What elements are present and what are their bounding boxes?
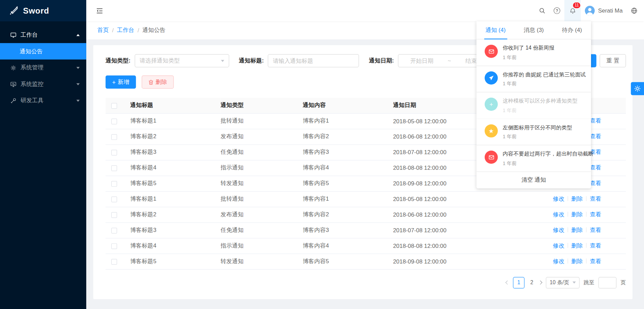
table-row: 博客标题4 指示通知 博客内容4 2018-08-08 12:00:00 修改删…	[106, 238, 626, 254]
notification-item[interactable]: 内容不要超过两行字，超出时自动截断 1 年前	[477, 145, 591, 172]
notification-item[interactable]: ★ 左侧图标用于区分不同的类型 1 年前	[477, 119, 591, 145]
row-checkbox[interactable]	[111, 134, 117, 140]
language-globe-icon[interactable]	[627, 0, 642, 21]
settings-gear-button[interactable]	[631, 82, 644, 95]
cell-title: 博客标题4	[130, 160, 220, 176]
row-checkbox[interactable]	[111, 150, 117, 156]
row-checkbox[interactable]	[111, 181, 117, 187]
reset-button[interactable]: 重 置	[600, 54, 626, 68]
cell-content: 博客内容2	[303, 129, 393, 144]
page-button-2[interactable]: 2	[529, 279, 535, 286]
view-link[interactable]: 查看	[590, 226, 601, 233]
menu-fold-icon[interactable]	[86, 0, 113, 21]
cell-content: 博客内容4	[303, 160, 393, 176]
select-all-checkbox[interactable]	[111, 103, 117, 109]
cell-type: 转发通知	[220, 176, 303, 191]
delete-link[interactable]: 删除	[571, 242, 583, 249]
gear-icon	[634, 85, 641, 92]
sidebar-item-notice-announcement[interactable]: 通知公告	[0, 43, 86, 59]
header-actions: ? 11 Serati Ma	[535, 0, 644, 21]
sidebar: Sword 工作台 通知公告	[0, 0, 86, 309]
table-row: 博客标题1 批转通知 博客内容1 2018-05-08 12:00:00 修改删…	[106, 191, 626, 207]
cell-content: 博客内容3	[303, 144, 393, 160]
cell-title: 博客标题2	[130, 207, 220, 222]
row-checkbox[interactable]	[111, 212, 117, 218]
row-checkbox[interactable]	[111, 197, 117, 202]
view-link[interactable]: 查看	[590, 133, 601, 140]
help-icon[interactable]: ?	[550, 0, 565, 21]
notification-item[interactable]: 你收到了 14 份新周报 1 年前	[477, 39, 591, 66]
prev-page-icon[interactable]	[505, 280, 509, 285]
sidebar-item-label: 系统监控	[20, 80, 76, 88]
notification-title: 这种模板可以区分多种通知类型	[503, 97, 577, 105]
breadcrumb-workbench[interactable]: 工作台	[117, 27, 134, 34]
view-link[interactable]: 查看	[590, 180, 601, 186]
user-menu[interactable]: Serati Ma	[581, 0, 627, 21]
app-logo[interactable]: Sword	[0, 0, 86, 21]
cell-type: 指示通知	[220, 238, 303, 254]
edit-link[interactable]: 修改	[553, 226, 565, 233]
sidebar-item-label: 研发工具	[20, 97, 76, 104]
edit-link[interactable]: 修改	[553, 258, 565, 264]
row-checkbox[interactable]	[111, 228, 117, 234]
question-glyph: ?	[554, 7, 560, 14]
row-checkbox[interactable]	[111, 259, 117, 265]
notification-time: 1 年前	[503, 133, 572, 141]
row-checkbox[interactable]	[111, 165, 117, 171]
page-button-1[interactable]: 1	[513, 277, 524, 288]
sidebar-item-system-monitor[interactable]: 系统监控	[0, 76, 86, 92]
sidebar-subitem-label: 通知公告	[20, 48, 43, 54]
edit-link[interactable]: 修改	[553, 242, 565, 249]
edit-link[interactable]: 修改	[553, 211, 565, 217]
chevron-down-icon	[76, 67, 80, 69]
breadcrumb-home[interactable]: 首页	[97, 27, 109, 34]
cell-type: 批转通知	[220, 191, 303, 207]
view-link[interactable]: 查看	[590, 195, 601, 202]
view-link[interactable]: 查看	[590, 258, 601, 264]
sidebar-item-workbench[interactable]: 工作台	[0, 27, 86, 43]
chevron-down-icon	[221, 60, 224, 62]
add-button[interactable]: + 新增	[106, 75, 136, 89]
edit-link[interactable]: 修改	[553, 195, 565, 202]
page-size-select[interactable]: 10 条/页	[546, 277, 579, 288]
notice-date-label: 通知日期:	[369, 57, 394, 65]
notification-time: 1 年前	[503, 80, 586, 88]
delete-link[interactable]: 删除	[571, 226, 583, 233]
delete-link[interactable]: 删除	[571, 258, 583, 264]
table-row: 博客标题5 转发通知 博客内容5 2018-09-08 12:00:00 修改删…	[106, 254, 626, 269]
next-page-icon[interactable]	[538, 280, 542, 285]
view-link[interactable]: 查看	[590, 211, 601, 217]
delete-link[interactable]: 删除	[571, 195, 583, 202]
notice-title-input[interactable]	[273, 57, 354, 64]
tab-messages[interactable]: 消息 (3)	[515, 21, 553, 39]
notification-item[interactable]: 你推荐的 曲妮妮 已通过第三轮面试 1 年前	[477, 66, 591, 92]
view-link[interactable]: 查看	[590, 117, 601, 124]
notification-tabs: 通知 (4) 消息 (3) 待办 (4)	[477, 21, 591, 39]
row-checkbox[interactable]	[111, 119, 117, 124]
row-checkbox[interactable]	[111, 243, 117, 249]
delete-link[interactable]: 删除	[571, 211, 583, 217]
sidebar-item-dev-tools[interactable]: 研发工具	[0, 92, 86, 109]
delete-button[interactable]: 删除	[142, 75, 174, 89]
cell-content: 博客内容1	[303, 191, 393, 207]
header: ? 11 Serati Ma	[86, 0, 644, 21]
trash-icon	[148, 79, 154, 85]
cell-type: 发布通知	[220, 207, 303, 222]
sidebar-item-system-management[interactable]: 系统管理	[0, 59, 86, 76]
column-header-type: 通知类型	[220, 98, 303, 113]
tab-todos[interactable]: 待办 (4)	[553, 21, 591, 39]
notification-item[interactable]: + 这种模板可以区分多种通知类型 1 年前	[477, 92, 591, 119]
notice-type-select[interactable]: 请选择通知类型	[135, 54, 229, 68]
view-link[interactable]: 查看	[590, 242, 601, 249]
tab-notifications[interactable]: 通知 (4)	[477, 21, 515, 39]
search-icon[interactable]	[535, 0, 550, 21]
column-header-title: 通知标题	[130, 98, 220, 113]
clear-notifications-button[interactable]: 清空 通知	[477, 172, 591, 188]
jump-page-input[interactable]	[598, 277, 616, 288]
plus-icon: +	[112, 79, 116, 85]
cell-content: 博客内容1	[303, 113, 393, 129]
notifications-button[interactable]: 11	[565, 0, 581, 21]
sidebar-menu: 工作台 通知公告 系统管理	[0, 21, 86, 109]
start-date-input[interactable]	[403, 57, 441, 64]
notification-time: 1 年前	[503, 160, 593, 167]
